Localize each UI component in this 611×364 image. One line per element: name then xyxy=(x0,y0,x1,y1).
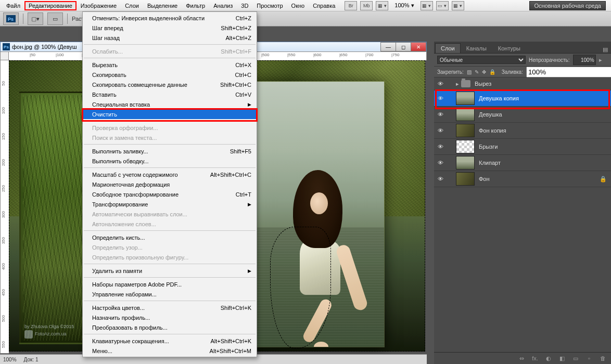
menu-image[interactable]: Изображение xyxy=(77,1,121,10)
layer-thumbnail[interactable] xyxy=(456,108,475,121)
visibility-icon[interactable]: 👁 xyxy=(434,127,447,134)
menu-item[interactable]: Меню...Alt+Shift+Ctrl+M xyxy=(83,346,257,356)
link-layers-icon[interactable]: ⇔ xyxy=(517,355,526,362)
visibility-icon[interactable]: 👁 xyxy=(434,111,447,118)
menu-item[interactable]: Шаг назадAlt+Ctrl+Z xyxy=(83,33,257,43)
menu-item[interactable]: СкопироватьCtrl+C xyxy=(83,70,257,80)
lock-move-icon[interactable]: ✥ xyxy=(482,68,486,75)
layer-name[interactable]: Девушка копия xyxy=(479,95,607,101)
layer-thumbnail[interactable] xyxy=(456,92,475,105)
menu-item[interactable]: Преобразовать в профиль... xyxy=(83,322,257,332)
tab-paths[interactable]: Контуры xyxy=(492,43,526,53)
tab-channels[interactable]: Каналы xyxy=(461,43,492,53)
menu-item[interactable]: Трансформирование▶ xyxy=(83,199,257,209)
layer-thumbnail[interactable] xyxy=(456,172,475,186)
menu-item[interactable]: Удалить из памяти▶ xyxy=(83,266,257,276)
lock-brush-icon[interactable]: ✎ xyxy=(475,68,479,75)
new-layer-icon[interactable]: ▫ xyxy=(585,355,593,361)
visibility-icon[interactable]: 👁 xyxy=(434,176,447,182)
layer-name[interactable]: Клипарт xyxy=(479,160,607,166)
menu-item[interactable]: Наборы параметров Adobe PDF... xyxy=(83,279,257,289)
layer-name[interactable]: Фон копия xyxy=(479,127,607,134)
zoom-level[interactable]: 100% ▾ xyxy=(391,2,417,9)
layer-row[interactable]: 👁Девушка xyxy=(434,107,611,123)
layer-name[interactable]: Вырез xyxy=(475,81,607,87)
layer-name[interactable]: Брызги xyxy=(479,144,607,150)
menu-edit[interactable]: Редактирование xyxy=(24,1,77,10)
new-group-icon[interactable]: ▭ xyxy=(571,355,580,362)
screen-mode-1[interactable]: ▦ ▾ xyxy=(421,1,433,10)
close-button[interactable]: ✕ xyxy=(411,42,426,51)
menu-item[interactable]: Определить кисть... xyxy=(83,232,257,242)
adjustment-layer-icon[interactable]: ◧ xyxy=(558,355,566,362)
menu-item[interactable]: Марионеточная деформация xyxy=(83,179,257,189)
screen-mode-2[interactable]: ▭ ▾ xyxy=(436,1,449,10)
menu-3d[interactable]: 3D xyxy=(237,1,252,10)
menu-layers[interactable]: Слои xyxy=(121,1,143,10)
menu-item[interactable]: Выполнить обводку... xyxy=(83,156,257,166)
layer-name[interactable]: Фон xyxy=(479,176,600,182)
layer-row[interactable]: 👁Клипарт xyxy=(434,155,611,171)
menu-item[interactable]: Управление наборами... xyxy=(83,289,257,299)
workspace-switcher[interactable]: Основная рабочая среда xyxy=(529,1,606,10)
layer-thumbnail[interactable] xyxy=(456,140,475,153)
layer-row[interactable]: 👁Фон🔒 xyxy=(434,171,611,187)
lock-transparency-icon[interactable]: ▨ xyxy=(467,68,472,75)
menu-item[interactable]: ВставитьCtrl+V xyxy=(83,89,257,99)
layer-row[interactable]: 👁Девушка копия xyxy=(434,90,611,107)
layer-mask-icon[interactable]: ◐ xyxy=(544,355,553,362)
layers-footer: ⇔ fx. ◐ ◧ ▭ ▫ 🗑 xyxy=(434,352,611,364)
menu-separator xyxy=(84,230,256,231)
visibility-icon[interactable]: 👁 xyxy=(434,95,447,101)
menu-item[interactable]: Шаг впередShift+Ctrl+Z xyxy=(83,23,257,33)
menu-item[interactable]: ВырезатьCtrl+X xyxy=(83,60,257,70)
chevron-icon[interactable]: ▸ xyxy=(456,81,459,87)
arrange-button[interactable]: ▦ ▾ xyxy=(376,1,388,10)
tab-layers[interactable]: Слои xyxy=(435,43,461,53)
menu-item-shortcut: Alt+Shift+Ctrl+K xyxy=(210,338,251,344)
minibrige-button[interactable]: Mb xyxy=(360,1,373,10)
blend-mode-select[interactable]: Обычные xyxy=(437,56,526,64)
layer-name[interactable]: Девушка xyxy=(479,111,607,118)
menu-window[interactable]: Окно xyxy=(287,1,309,10)
menu-item[interactable]: Отменить: Инверсия выделенной областиCtr… xyxy=(83,13,257,23)
blend-row: Обычные Непрозрачность: ▸ xyxy=(434,54,611,67)
menu-item[interactable]: Настройка цветов...Shift+Ctrl+K xyxy=(83,303,257,313)
lock-all-icon[interactable]: 🔒 xyxy=(489,68,495,75)
visibility-icon[interactable]: 👁 xyxy=(434,160,447,166)
menu-help[interactable]: Справка xyxy=(309,1,339,10)
visibility-icon[interactable]: 👁 xyxy=(434,144,447,150)
panel-menu-icon[interactable]: ▤ xyxy=(603,46,608,53)
delete-layer-icon[interactable]: 🗑 xyxy=(599,355,607,361)
menu-item[interactable]: Выполнить заливку...Shift+F5 xyxy=(83,146,257,156)
layer-row[interactable]: 👁Фон копия xyxy=(434,123,611,139)
menu-item[interactable]: Назначить профиль... xyxy=(83,313,257,322)
tool-preset-icon[interactable]: ▢▾ xyxy=(28,12,43,25)
visibility-icon[interactable]: 👁 xyxy=(434,81,447,87)
menu-item[interactable]: Скопировать совмещенные данныеShift+Ctrl… xyxy=(83,80,257,89)
selection-mode-icon[interactable]: ▭ xyxy=(47,12,63,25)
fill-input[interactable] xyxy=(526,67,611,77)
layer-group[interactable]: 👁▸Вырез xyxy=(434,77,611,90)
menu-item[interactable]: Масштаб с учетом содержимогоAlt+Shift+Ct… xyxy=(83,170,257,179)
menu-item: Ослабить...Shift+Ctrl+F xyxy=(83,46,257,56)
layer-thumbnail[interactable] xyxy=(456,124,475,137)
minimize-button[interactable]: — xyxy=(380,42,396,51)
menu-view[interactable]: Просмотр xyxy=(252,1,287,10)
status-zoom[interactable]: 100% xyxy=(3,357,17,362)
layer-row[interactable]: 👁Брызги xyxy=(434,139,611,155)
menu-analysis[interactable]: Анализ xyxy=(209,1,237,10)
opacity-input[interactable] xyxy=(573,55,596,65)
menu-filter[interactable]: Фильтр xyxy=(182,1,209,10)
menu-file[interactable]: Файл xyxy=(2,1,24,10)
menu-select[interactable]: Выделение xyxy=(143,1,182,10)
screen-mode-3[interactable]: ▦ ▾ xyxy=(452,1,464,10)
menu-item[interactable]: Очистить xyxy=(83,109,257,119)
menu-item[interactable]: Специальная вставка▶ xyxy=(83,99,257,109)
menu-item[interactable]: Клавиатурные сокращения...Alt+Shift+Ctrl… xyxy=(83,336,257,346)
maximize-button[interactable]: ◻ xyxy=(396,42,411,51)
bridge-button[interactable]: Br xyxy=(345,1,357,10)
menu-item[interactable]: Свободное трансформированиеCtrl+T xyxy=(83,189,257,199)
layer-thumbnail[interactable] xyxy=(456,156,475,170)
layer-fx-icon[interactable]: fx. xyxy=(531,355,539,361)
